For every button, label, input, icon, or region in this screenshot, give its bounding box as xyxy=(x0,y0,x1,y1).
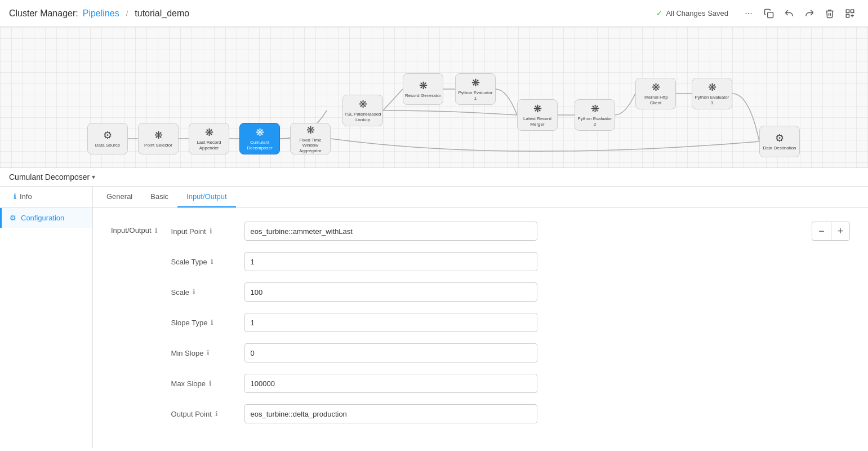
node-data-destination[interactable]: ⚙ Data Destination xyxy=(759,126,800,157)
python-eval-1-icon: ❋ xyxy=(471,77,480,89)
node-internal-http-client-label: Internal Http Client xyxy=(636,95,675,105)
check-icon: ✓ xyxy=(656,9,662,17)
io-section: Input/Output ℹ Input Point ℹ xyxy=(111,222,850,435)
remove-io-button[interactable]: − xyxy=(812,222,831,241)
node-tsl-patent[interactable]: ❋ TSL Patent-Based Lookup xyxy=(342,95,383,126)
undo-button[interactable] xyxy=(780,5,798,23)
cumulant-decomposer-icon: ❋ xyxy=(256,126,264,139)
scale-type-field[interactable] xyxy=(244,252,537,271)
tsl-patent-icon: ❋ xyxy=(359,98,367,110)
svg-rect-3 xyxy=(846,14,849,17)
node-record-generator-label: Record Generator xyxy=(404,93,442,99)
copy-button[interactable] xyxy=(760,5,778,23)
io-fields: Input Point ℹ Scale Type ℹ xyxy=(171,222,803,435)
header-actions: ··· xyxy=(740,5,859,23)
status-text: All Changes Saved xyxy=(666,9,728,17)
pipeline-name: tutorial_demo xyxy=(135,8,189,19)
node-record-generator[interactable]: ❋ Record Generator xyxy=(403,73,443,105)
node-data-source[interactable]: ⚙ Data Source xyxy=(87,123,128,154)
slope-type-field[interactable] xyxy=(244,313,537,332)
tab-general[interactable]: General xyxy=(97,187,141,207)
info-icon: ℹ xyxy=(14,192,16,201)
node-python-eval-1-label: Python Evaluator 1 xyxy=(456,90,495,101)
node-python-eval-1[interactable]: ❋ Python Evaluator 1 xyxy=(455,73,496,105)
export-button[interactable] xyxy=(841,5,859,23)
main-content: Input/Output ℹ Input Point ℹ xyxy=(93,208,868,448)
pipelines-link[interactable]: Pipelines xyxy=(83,8,119,19)
scale-label: Scale ℹ xyxy=(171,288,244,297)
last-record-appender-icon: ❋ xyxy=(205,126,213,139)
io-section-label: Input/Output ℹ xyxy=(111,222,158,235)
add-remove-buttons: − + xyxy=(812,222,850,241)
add-io-button[interactable]: + xyxy=(831,222,850,241)
scale-info-icon[interactable]: ℹ xyxy=(193,288,195,296)
component-dropdown-icon[interactable]: ▾ xyxy=(92,173,95,181)
python-eval-3-icon: ❋ xyxy=(708,81,716,94)
node-point-selector[interactable]: ❋ Point Selector xyxy=(138,123,179,154)
latest-record-merger-icon: ❋ xyxy=(533,103,542,115)
point-selector-icon: ❋ xyxy=(154,129,163,142)
max-slope-row: Max Slope ℹ xyxy=(171,374,803,393)
tab-basic[interactable]: Basic xyxy=(141,187,177,207)
component-header: Cumulant Decomposer ▾ xyxy=(0,168,868,187)
redo-button[interactable] xyxy=(800,5,818,23)
output-point-field[interactable] xyxy=(244,404,537,423)
node-python-eval-2-label: Python Evaluator 2 xyxy=(575,116,615,127)
node-data-destination-label: Data Destination xyxy=(762,145,797,151)
scale-type-row: Scale Type ℹ xyxy=(171,252,803,271)
node-fixed-time-window[interactable]: ❋ Fixed Time Window Aggregator xyxy=(290,123,331,154)
fixed-time-window-icon: ❋ xyxy=(306,124,315,136)
max-slope-info-icon[interactable]: ℹ xyxy=(209,379,212,387)
record-generator-icon: ❋ xyxy=(419,79,428,92)
app-header: Cluster Manager: Pipelines / tutorial_de… xyxy=(0,0,868,27)
data-destination-icon: ⚙ xyxy=(775,132,784,144)
python-eval-2-icon: ❋ xyxy=(591,103,599,115)
input-point-row: Input Point ℹ xyxy=(171,222,803,241)
node-python-eval-3[interactable]: ❋ Python Evaluator 3 xyxy=(692,78,732,109)
more-options-button[interactable]: ··· xyxy=(740,5,758,23)
app-label: Cluster Manager: xyxy=(9,8,78,19)
delete-button[interactable] xyxy=(821,5,839,23)
output-point-label: Output Point ℹ xyxy=(171,410,244,418)
min-slope-row: Min Slope ℹ xyxy=(171,343,803,362)
node-last-record-appender[interactable]: ❋ Last Record Appender xyxy=(189,123,229,154)
sidebar-item-configuration[interactable]: ⚙ Configuration xyxy=(0,208,92,228)
io-info-icon[interactable]: ℹ xyxy=(155,227,158,235)
min-slope-label: Min Slope ℹ xyxy=(171,349,244,357)
node-internal-http-client[interactable]: ❋ Internal Http Client xyxy=(635,78,676,109)
node-fixed-time-window-label: Fixed Time Window Aggregator xyxy=(291,138,330,154)
svg-rect-1 xyxy=(846,10,849,12)
output-point-row: Output Point ℹ xyxy=(171,404,803,423)
scale-type-label: Scale Type ℹ xyxy=(171,258,244,266)
pipeline-canvas[interactable]: ⚙ Data Source ❋ Point Selector ❋ Last Re… xyxy=(0,27,868,168)
bottom-panel: Cumulant Decomposer ▾ ℹ Info ⚙ Configura… xyxy=(0,168,868,448)
tab-input-output[interactable]: Input/Output xyxy=(177,187,236,207)
max-slope-label: Max Slope ℹ xyxy=(171,379,244,388)
node-latest-record-merger[interactable]: ❋ Latest Record Merger xyxy=(517,99,558,131)
output-point-info-icon[interactable]: ℹ xyxy=(215,410,218,418)
sidebar: ℹ Info ⚙ Configuration xyxy=(0,187,93,448)
svg-rect-2 xyxy=(851,10,854,12)
node-last-record-appender-label: Last Record Appender xyxy=(189,140,229,151)
node-data-source-label: Data Source xyxy=(94,143,121,148)
slope-type-label: Slope Type ℹ xyxy=(171,319,244,327)
slope-type-row: Slope Type ℹ xyxy=(171,313,803,332)
min-slope-field[interactable] xyxy=(244,343,537,362)
config-gear-icon: ⚙ xyxy=(10,214,16,222)
min-slope-info-icon[interactable]: ℹ xyxy=(207,349,210,357)
node-cumulant-decomposer[interactable]: ❋ Cumulant Decomposer xyxy=(239,123,280,154)
slope-type-info-icon[interactable]: ℹ xyxy=(211,319,213,326)
node-point-selector-label: Point Selector xyxy=(143,143,173,148)
scale-field[interactable] xyxy=(244,282,537,302)
scale-type-info-icon[interactable]: ℹ xyxy=(211,258,213,266)
breadcrumb-sep: / xyxy=(126,9,128,17)
max-slope-field[interactable] xyxy=(244,374,537,393)
data-source-icon: ⚙ xyxy=(103,129,112,142)
input-point-info-icon[interactable]: ℹ xyxy=(210,227,212,235)
scale-row: Scale ℹ xyxy=(171,282,803,302)
tab-info[interactable]: ℹ Info xyxy=(5,187,41,207)
component-title[interactable]: Cumulant Decomposer xyxy=(9,173,90,182)
save-status: ✓ All Changes Saved xyxy=(656,9,728,17)
node-python-eval-2[interactable]: ❋ Python Evaluator 2 xyxy=(575,99,615,131)
input-point-field[interactable] xyxy=(244,222,537,241)
